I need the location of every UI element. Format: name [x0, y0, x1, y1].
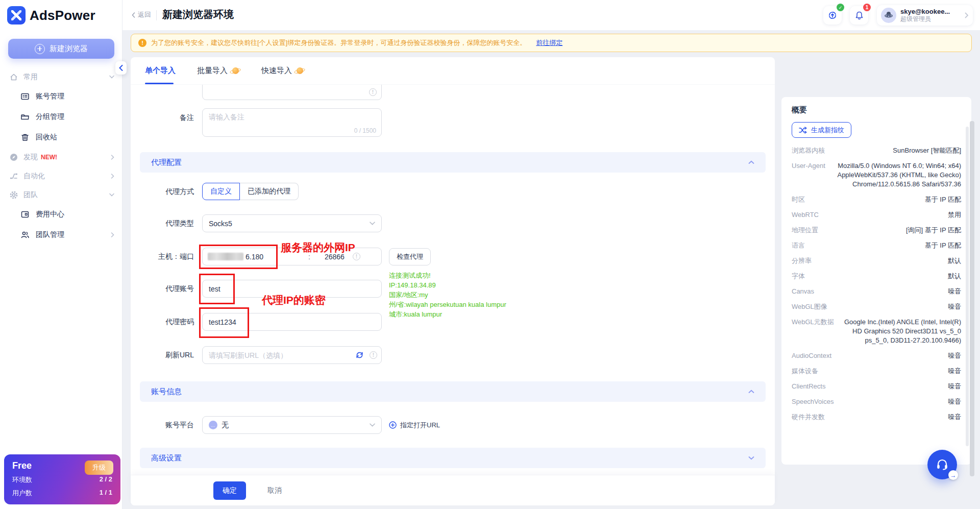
summary-row: ClientRects噪音	[792, 382, 961, 391]
trash-icon	[20, 133, 30, 142]
proxy-user-label: 代理账号	[131, 280, 194, 298]
avatar	[881, 8, 896, 23]
refresh-url-info-icon[interactable]: !	[370, 351, 377, 359]
user-role: 超级管理员	[900, 16, 961, 23]
sidebar-item-team-management[interactable]: 团队管理	[0, 225, 122, 245]
chevron-up-icon[interactable]	[748, 390, 754, 394]
tab-batch-import[interactable]: 批量导入	[197, 57, 240, 84]
specify-open-url-link[interactable]: 指定打开URL	[389, 416, 440, 434]
shuffle-icon	[799, 127, 807, 134]
summary-row: WebRTC禁用	[792, 210, 961, 220]
host-visible-value: 6.180	[246, 253, 263, 261]
cookie-info-icon[interactable]: !	[369, 88, 377, 96]
sidebar-group-automation[interactable]: 自动化	[0, 166, 122, 185]
chevron-down-icon[interactable]	[748, 456, 754, 460]
tab-single-import[interactable]: 单个导入	[145, 57, 176, 84]
sidebar-item-group-management[interactable]: 分组管理	[0, 107, 122, 127]
tab-quick-import[interactable]: 快速导入	[261, 57, 304, 84]
topbar: 返回 新建浏览器环境 ✓ 1	[122, 0, 980, 31]
form-footer: 确定 取消	[131, 475, 775, 505]
host-redacted-value	[208, 253, 243, 260]
proxy-mode-custom-option[interactable]: 自定义	[202, 183, 240, 200]
summary-title: 概要	[792, 105, 961, 115]
sidebar-item-account-management[interactable]: 账号管理	[0, 86, 122, 107]
summary-scrollbar[interactable]	[966, 127, 969, 446]
plan-card: Free 升级 环境数2 / 2 用户数1 / 1	[4, 454, 120, 504]
credentials-annotation-text: 代理IP的账密	[262, 293, 326, 307]
check-proxy-button[interactable]: 检查代理	[389, 248, 431, 265]
plan-env-count: 环境数2 / 2	[12, 475, 112, 484]
notification-count-badge: 1	[863, 4, 871, 11]
sidebar-item-billing-center[interactable]: 费用中心	[0, 204, 122, 225]
chevron-down-icon	[109, 75, 114, 79]
proxy-type-label: 代理类型	[131, 214, 194, 232]
page-scrollbar-thumb[interactable]	[970, 121, 974, 476]
sidebar-group-team[interactable]: 团队	[0, 185, 122, 204]
check-result-line: 国家/地区:my	[389, 290, 506, 300]
chevron-up-icon[interactable]	[748, 160, 754, 164]
new-environment-form-card: 单个导入 批量导入 快速导入 ! 备注 0 / 1500	[131, 57, 775, 505]
platform-select[interactable]: … 无	[202, 416, 382, 434]
back-button[interactable]: 返回	[132, 10, 151, 19]
advanced-settings-section-header[interactable]: 高级设置	[140, 448, 766, 468]
host-port-label: 主机：端口	[131, 248, 194, 265]
check-result-line: IP:149.18.34.89	[389, 280, 506, 290]
proxy-config-section-header[interactable]: 代理配置	[140, 152, 766, 173]
cookie-input[interactable]	[203, 85, 381, 100]
sync-ok-badge: ✓	[837, 4, 844, 11]
upgrade-button[interactable]: 升级	[85, 460, 113, 475]
sync-icon	[827, 10, 838, 20]
app-root: AdsPower 新建浏览器 常用 账号管理	[0, 0, 980, 509]
security-warning-banner: ! 为了您的账号安全，建议您尽快前往[个人设置]绑定身份验证器。异常登录时，可通…	[131, 34, 972, 52]
notifications-button[interactable]: 1	[850, 6, 868, 25]
refresh-icon[interactable]	[355, 351, 364, 359]
headset-icon	[935, 457, 949, 472]
refresh-url-label: 刷新URL	[131, 346, 194, 364]
account-info-section-header[interactable]: 账号信息	[140, 381, 766, 402]
warning-text: 为了您的账号安全，建议您尽快前往[个人设置]绑定身份验证器。异常登录时，可通过身…	[151, 38, 526, 47]
proxy-type-select[interactable]: Socks5	[202, 214, 382, 232]
go-bind-link[interactable]: 前往绑定	[536, 38, 562, 47]
summary-row: 语言基于 IP 匹配	[792, 241, 961, 250]
summary-row: 地理位置[询问] 基于 IP 匹配	[792, 226, 961, 235]
back-chevron-icon	[132, 12, 135, 18]
proxy-mode-added-option[interactable]: 已添加的代理	[240, 183, 299, 200]
sync-button[interactable]: ✓	[823, 6, 842, 25]
fab-arrow-badge[interactable]: →	[948, 470, 958, 480]
form-scroll-area[interactable]: ! 备注 0 / 1500 代理配置 代理方式 自定义 已添加的代理 代理类型	[131, 85, 775, 475]
note-counter: 0 / 1500	[354, 127, 376, 134]
generate-fingerprint-button[interactable]: 生成新指纹	[792, 122, 851, 138]
summary-panel: 概要 生成新指纹 浏览器内核SunBrowser [智能匹配] User-Age…	[781, 97, 971, 465]
new-browser-button[interactable]: 新建浏览器	[8, 39, 114, 59]
summary-row: AudioContext噪音	[792, 351, 961, 360]
note-label: 备注	[131, 113, 194, 123]
note-field[interactable]: 0 / 1500	[202, 108, 382, 137]
folder-icon	[20, 112, 30, 122]
chevron-right-icon	[111, 232, 114, 237]
check-result-line: 州/省:wilayah persekutuan kuala lumpur	[389, 300, 506, 309]
cancel-button[interactable]: 取消	[267, 481, 282, 500]
ufo-avatar-icon	[883, 10, 894, 21]
support-fab[interactable]: →	[927, 450, 957, 479]
billing-icon	[20, 210, 30, 219]
confirm-button[interactable]: 确定	[213, 481, 246, 500]
cookie-field[interactable]: !	[202, 85, 382, 100]
home-icon	[9, 72, 18, 82]
summary-row: WebGL图像噪音	[792, 302, 961, 311]
proxy-password-input[interactable]	[202, 313, 382, 331]
sidebar-menu: 常用 账号管理 分组管理 回收站	[0, 67, 122, 245]
chevron-down-icon	[370, 423, 375, 427]
check-result-line: 城市:kuala lumpur	[389, 309, 506, 319]
sidebar-collapse-button[interactable]	[115, 61, 127, 75]
page-title: 新建浏览器环境	[162, 8, 234, 21]
import-tabs: 单个导入 批量导入 快速导入	[131, 57, 775, 85]
user-email: skye@kookee...	[900, 8, 961, 16]
sidebar-group-discover[interactable]: 发现NEW!	[0, 148, 122, 166]
sidebar-item-recycle-bin[interactable]: 回收站	[0, 127, 122, 148]
user-menu[interactable]: skye@kookee... 超级管理员	[877, 5, 973, 26]
sidebar-group-common[interactable]: 常用	[0, 67, 122, 86]
plan-user-count: 用户数1 / 1	[12, 489, 112, 498]
chevron-right-icon	[111, 174, 114, 179]
automation-icon	[9, 172, 18, 181]
chevron-right-icon	[965, 12, 969, 18]
